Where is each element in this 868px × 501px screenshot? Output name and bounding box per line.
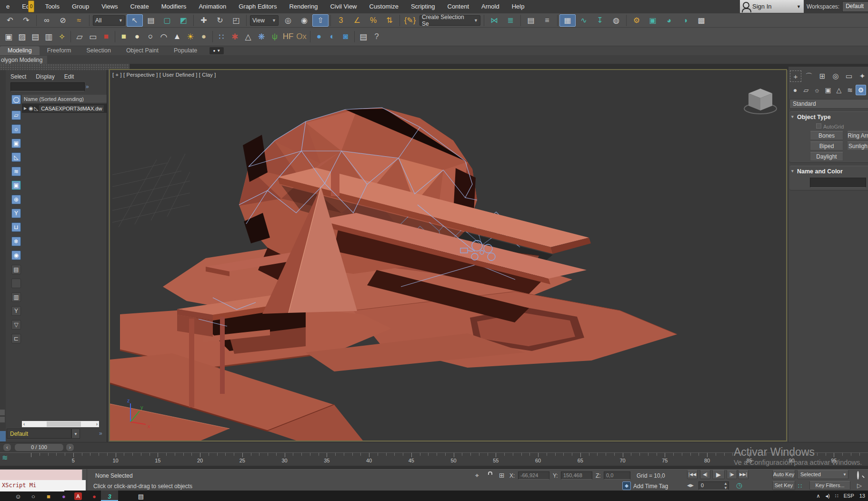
polygon-modeling-tab[interactable]: olygon Modeling (0, 56, 47, 64)
snaps-toggle-icon[interactable]: 3 (333, 14, 349, 27)
key-filters-button[interactable]: Key Filters... (809, 481, 850, 490)
teapot-primitive-icon[interactable]: ◠ (157, 30, 170, 44)
layer-list-icon[interactable]: ≡ (539, 14, 555, 27)
frame-forward-button[interactable]: › (66, 443, 74, 451)
transform-gizmo-icon[interactable]: ⌖ (475, 471, 479, 480)
scrollbar-thumb[interactable] (47, 421, 81, 427)
layer-explorer-icon[interactable]: ▤ (29, 30, 42, 44)
select-and-rotate-icon[interactable]: ↻ (212, 14, 228, 27)
layer-manager-icon[interactable]: ▤ (523, 14, 539, 27)
menu-views[interactable]: Views (95, 0, 124, 13)
mini-curve-editor-icon[interactable]: ≋ (2, 453, 8, 462)
display-shapes-filter-icon[interactable]: ▱ (11, 110, 21, 120)
systems-category-icon[interactable]: ⚙ (856, 85, 866, 95)
grass-icon[interactable]: ψ (268, 30, 281, 44)
view-cube[interactable] (744, 89, 777, 114)
render-iterative-icon[interactable]: ◑ (677, 14, 693, 27)
hierarchy-tab-icon[interactable]: ⊞ (817, 70, 828, 82)
sphere-image-icon[interactable]: ◐ (326, 30, 339, 44)
ribbon-tab-selection[interactable]: Selection (79, 46, 118, 55)
grid-array-icon[interactable]: ∷ (215, 30, 228, 44)
create-ring-arr-button[interactable]: Ring Arr (847, 131, 868, 140)
ribbon-tab-populate[interactable]: Populate (166, 46, 205, 55)
absolute-offset-icon[interactable]: ⊞ (499, 471, 505, 479)
menu-group[interactable]: Group (66, 0, 95, 13)
schematic-view-icon[interactable]: ↧ (592, 14, 608, 27)
keyboard-shortcut-override-icon[interactable]: ⇧ (312, 14, 329, 27)
spinner-snap-icon[interactable]: ⇅ (381, 14, 398, 27)
time-tag-cube-icon[interactable]: ◆ (622, 481, 631, 490)
geometry-category-icon[interactable]: ● (790, 85, 800, 95)
edit-named-selection-sets-icon[interactable]: {✎} (402, 14, 418, 27)
menu-tools[interactable]: Tools (39, 0, 66, 13)
explorer-column-header[interactable]: Name (Sorted Ascending) (22, 95, 107, 103)
reference-coordinate-dropdown[interactable]: View▼ (250, 15, 279, 26)
rollout-header[interactable]: Object Type (789, 112, 868, 120)
ribbon-tab-modeling[interactable]: Modeling (0, 46, 40, 55)
ribbon-overflow-dropdown[interactable]: ●▼ (210, 47, 224, 54)
ribbon-tab-freeform[interactable]: Freeform (40, 46, 79, 55)
display-spacewarps-filter-icon[interactable]: ≋ (11, 167, 21, 176)
display-groups-filter-icon[interactable]: ▣ (11, 180, 21, 190)
rendered-image-icon[interactable]: ▨ (15, 30, 29, 44)
play-button[interactable]: ▶ (712, 470, 725, 479)
perspective-viewport[interactable]: z y x [ + ] [ Perspective ] [ User Defin… (109, 69, 787, 441)
scroll-left-icon[interactable]: ‹ (23, 421, 25, 427)
box-primitive-icon[interactable]: ■ (117, 30, 130, 44)
spheres-icon[interactable]: ✱ (228, 30, 241, 44)
create-biped-button[interactable]: Biped (810, 141, 843, 150)
display-frozen-filter-icon[interactable]: ❄ (11, 237, 21, 246)
key-mode-dropdown[interactable]: Selected (797, 470, 848, 479)
video-camera-icon[interactable]: ■ (100, 30, 113, 44)
filter-funnel-icon-icon[interactable]: ▽ (11, 320, 21, 330)
search-magnifier-icon[interactable] (857, 471, 859, 480)
panel-overflow-chevron-icon[interactable]: » (99, 430, 102, 437)
explorer-menu-edit[interactable]: Edit (60, 72, 79, 81)
display-cameras-filter-icon[interactable]: ▣ (11, 139, 21, 148)
timeline-preset-dropdown[interactable]: Default (7, 429, 71, 439)
menu-content[interactable]: Content (441, 0, 476, 13)
x-coordinate-field[interactable]: -66,924 (518, 471, 549, 480)
utilities-tab-icon[interactable]: ✦ (857, 70, 868, 82)
camera-match-icon[interactable]: △ (241, 30, 255, 44)
select-and-manipulate-icon[interactable]: ◉ (296, 14, 312, 27)
time-configuration-icon[interactable]: ◷ (736, 481, 742, 490)
go-to-end-button[interactable]: ▶▶| (738, 470, 748, 479)
align-icon[interactable]: ≣ (502, 14, 519, 27)
select-object-icon[interactable]: ↖ (127, 14, 143, 27)
mini-listener-icon[interactable] (0, 431, 6, 441)
shapes-category-icon[interactable]: ▱ (801, 85, 811, 95)
use-pivot-point-icon[interactable]: ◎ (280, 14, 296, 27)
cameras-category-icon[interactable]: ▣ (823, 85, 833, 95)
set-key-button[interactable]: Set Key (772, 481, 795, 490)
y-coordinate-field[interactable]: 150,468 (561, 471, 592, 480)
object-name-field[interactable] (810, 178, 866, 188)
exposure-icon[interactable]: ◙ (339, 30, 352, 44)
taskbar-people-icon[interactable]: ☺ (13, 491, 23, 501)
environment-sphere-icon[interactable]: ● (312, 30, 326, 44)
detail-view-icon-icon[interactable]: ▥ (11, 292, 21, 302)
sign-in-button[interactable]: Sign In ▼ (740, 0, 804, 13)
selection-filter-dropdown[interactable]: All▼ (93, 15, 125, 26)
display-geometry-filter-icon[interactable]: ◯ (11, 95, 21, 104)
maxscript-listener-field[interactable]: XScript Mi (0, 480, 86, 491)
tray-apps-icon[interactable]: ∷ (835, 493, 838, 499)
tray-chevron-icon[interactable]: ∧ (816, 493, 820, 499)
display-xrefs-filter-icon[interactable]: ⊕ (11, 195, 21, 204)
maxscript-mini-listener[interactable] (0, 470, 82, 480)
rendered-frame-window-icon[interactable]: ▣ (645, 14, 661, 27)
menu-customize[interactable]: Customize (363, 0, 405, 13)
render-setup-icon[interactable]: ⚙ (629, 14, 645, 27)
light-lister-icon[interactable]: ▥ (42, 30, 55, 44)
sun-icon[interactable]: ☀ (184, 30, 197, 44)
flower-icon[interactable]: ❋ (255, 30, 268, 44)
schematic-list-icon[interactable]: ▤ (357, 30, 370, 44)
explorer-menu-display[interactable]: Display (31, 72, 59, 81)
time-slider-handle[interactable]: 0 / 100 (14, 443, 64, 451)
menu-civil-view[interactable]: Civil View (324, 0, 363, 13)
menu-animation[interactable]: Animation (192, 0, 232, 13)
render-presets-icon[interactable]: ▣ (2, 30, 15, 44)
select-and-link-icon[interactable]: ∞ (39, 14, 55, 27)
next-frame-button[interactable]: |▶ (727, 470, 737, 479)
render-production-icon[interactable]: ◕ (661, 14, 677, 27)
